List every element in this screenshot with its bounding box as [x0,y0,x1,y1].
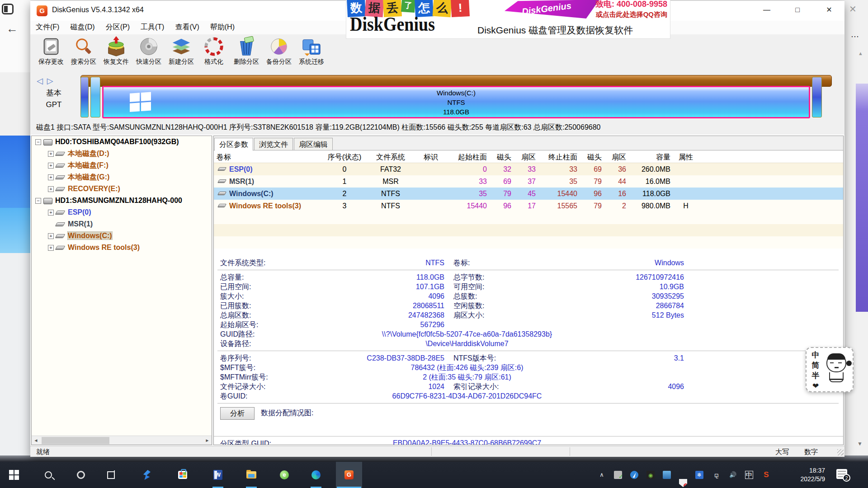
tray-ime-icon[interactable]: 中 [745,471,753,479]
flash-app-icon[interactable] [134,462,160,488]
column-header[interactable]: 卷标 [214,151,321,163]
toolbar-recover-files[interactable]: 恢复文件 [100,35,132,66]
tray-intel-icon[interactable] [663,471,671,479]
tray-volume-icon[interactable]: 🔊 [729,471,737,479]
table-row-Windows(C:)[interactable]: Windows(C:)2NTFS357945154409616118.0GB [214,188,843,200]
menu-item-4[interactable]: 查看(V) [170,21,204,34]
ime-status-widget[interactable]: 中简半❤ [806,347,854,392]
notification-center-icon[interactable]: 2 [836,469,847,479]
close-button[interactable]: ✕ [816,1,842,19]
column-header[interactable]: 序号(状态) [321,151,368,163]
search-icon[interactable] [35,462,61,488]
tray-sogou-icon[interactable]: S [762,471,770,479]
expander-icon[interactable]: + [48,245,54,251]
table-row-Windows RE tools(3)[interactable]: Windows RE tools(3)3NTFS1544096171556579… [214,200,843,212]
column-header[interactable]: 扇区 [514,151,538,163]
tab-0[interactable]: 分区参数 [214,138,253,151]
scrollbar-thumb[interactable] [42,437,109,444]
toolbar-system-migrate[interactable]: 系统迁移 [295,35,328,66]
column-header[interactable]: 文件系统 [368,151,414,163]
tab-1[interactable]: 浏览文件 [254,138,293,150]
microsoft-store-icon[interactable] [170,462,196,488]
disk-extent-bar[interactable] [80,75,832,87]
tray-feather-icon[interactable] [630,471,638,479]
disk-nav-arrows-icon[interactable]: ◁ ▷ [37,76,54,86]
toolbar-new-partition[interactable]: 新建分区 [165,35,198,66]
browser-360-icon[interactable]: e [271,462,297,488]
expander-icon[interactable]: − [35,198,41,204]
table-row-ESP(0)[interactable]: ESP(0)0FAT3203233336936260.0MB [214,163,843,175]
menu-item-2[interactable]: 分区(P) [100,21,135,34]
tray-snowflake-icon[interactable]: ❄ [695,471,703,479]
diskgenius-taskbar-icon[interactable]: G [336,462,362,488]
expander-icon[interactable]: + [48,151,54,157]
tree-item-2[interactable]: +本地磁盘(F:) [32,160,212,171]
tray-security-icon[interactable] [679,479,687,487]
tree-item-1[interactable]: +本地磁盘(D:) [32,148,212,160]
tree-item-9[interactable]: +Windows RE tools(3) [32,242,212,253]
background-scroll-down-icon[interactable]: ▼ [857,441,863,447]
tree-item-5[interactable]: −HD1:SAMSUNGMZNLN128HAHQ-000 [32,195,212,206]
menu-item-1[interactable]: 磁盘(D) [65,21,100,34]
resize-grip[interactable] [837,449,844,455]
expander-icon[interactable]: − [35,139,41,145]
background-scroll-up-icon[interactable]: ▲ [858,51,863,56]
toolbar-quick-partition[interactable]: 快速分区 [132,35,165,66]
column-header[interactable]: 磁头 [580,151,604,163]
toolbar-format[interactable]: 格式化 [198,35,230,66]
maximize-button[interactable]: □ [784,1,811,19]
expander-icon[interactable]: + [48,163,54,169]
file-explorer-icon[interactable] [238,462,264,488]
menu-item-0[interactable]: 文件(F) [30,21,65,34]
tree-item-0[interactable]: −HD0:TOSHIBAMQ04ABF100(932GB) [32,136,212,148]
tree-item-3[interactable]: +本地磁盘(G:) [32,171,212,183]
task-view-icon[interactable] [98,462,124,488]
column-header[interactable]: 起始柱面 [448,151,490,163]
partition-block-esp[interactable] [80,77,89,117]
back-arrow-icon[interactable]: ← [6,22,18,36]
toolbar-backup-partition[interactable]: 备份分区 [263,35,295,66]
partition-block-msr[interactable] [90,77,100,117]
partition-icon [55,187,66,191]
tab-2[interactable]: 扇区编辑 [294,138,333,150]
tray-chevron-icon[interactable]: ∧ [598,471,606,479]
tree-item-6[interactable]: +ESP(0) [32,206,212,218]
tree-horizontal-scrollbar[interactable]: ◄ ► [32,436,212,445]
partition-block-windows-c[interactable]: Windows(C:) NTFS 118.0GB [102,86,810,118]
tree-item-8[interactable]: +Windows(C:) [32,230,212,242]
menu-item-5[interactable]: 帮助(H) [205,21,240,34]
column-header[interactable]: 属性 [673,151,698,163]
toolbar-search-partition[interactable]: 搜索分区 [67,35,100,66]
column-header[interactable]: 容量 [629,151,673,163]
tree-item-4[interactable]: +RECOVERY(E:) [32,183,212,195]
background-more-icon[interactable]: ⋯ [851,32,860,42]
toolbar-save-changes[interactable]: 保存更改 [35,35,67,66]
partition-block-winre[interactable] [812,77,822,117]
taskbar-clock[interactable]: 18:37 2022/5/9 [784,466,825,483]
table-row-MSR(1)[interactable]: MSR(1)1MSR33693735794416.0MB [214,175,843,188]
expander-icon[interactable]: + [48,233,54,239]
column-header[interactable]: 标识 [414,151,448,163]
word-icon[interactable]: W [205,462,231,488]
ad-banner[interactable]: 数据丢了怎么! DiskGenius 致电: 400-008-9958 或点击此… [346,0,670,39]
column-header[interactable]: 磁头 [490,151,514,163]
column-header[interactable]: 终止柱面 [538,151,580,163]
tree-item-7[interactable]: MSR(1) [32,218,212,230]
tray-device-icon[interactable] [614,471,622,479]
menu-item-3[interactable]: 工具(T) [135,21,170,34]
toolbar-delete-partition[interactable]: 删除分区 [230,35,263,66]
edge-icon[interactable] [303,462,329,488]
scroll-left-icon[interactable]: ◄ [32,436,40,445]
background-close-icon[interactable]: ✕ [849,4,857,14]
expander-icon[interactable]: + [48,210,54,216]
minimize-button[interactable]: — [754,1,780,19]
scroll-right-icon[interactable]: ► [203,436,212,445]
cortana-icon[interactable] [68,462,94,488]
tray-nvidia-icon[interactable] [646,471,655,479]
tray-power-icon[interactable]: ⚼ [712,471,721,479]
expander-icon[interactable]: + [48,186,54,192]
analyze-button[interactable]: 分析 [220,407,255,420]
ad-qq-link[interactable]: 或点击此处选择QQ咨询 [595,10,667,19]
expander-icon[interactable]: + [48,174,54,180]
column-header[interactable]: 扇区 [604,151,629,163]
